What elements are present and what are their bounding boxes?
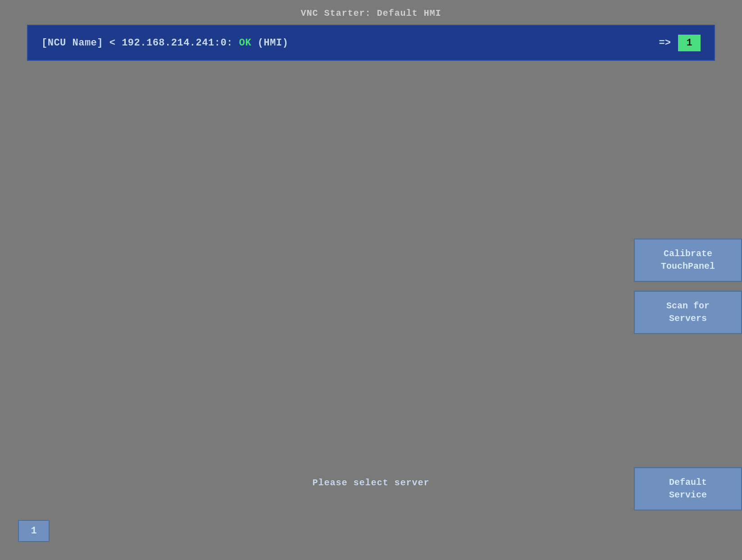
right-buttons-panel: Calibrate TouchPanel Scan for Servers [634,239,742,334]
connection-info: [NCU Name] < 192.168.214.241:0: OK (HMI) [41,37,288,49]
scan-for-servers-button[interactable]: Scan for Servers [634,291,742,334]
status-text: Please select server [312,478,429,488]
connection-right: => 1 [659,35,701,51]
page-title: VNC Starter: Default HMI [0,0,742,25]
default-service-button[interactable]: Default Service [634,467,742,510]
connection-badge: 1 [678,35,701,51]
calibrate-touchpanel-button[interactable]: Calibrate TouchPanel [634,239,742,282]
bottom-left-badge: 1 [18,520,50,542]
connection-bar: [NCU Name] < 192.168.214.241:0: OK (HMI)… [27,25,715,61]
